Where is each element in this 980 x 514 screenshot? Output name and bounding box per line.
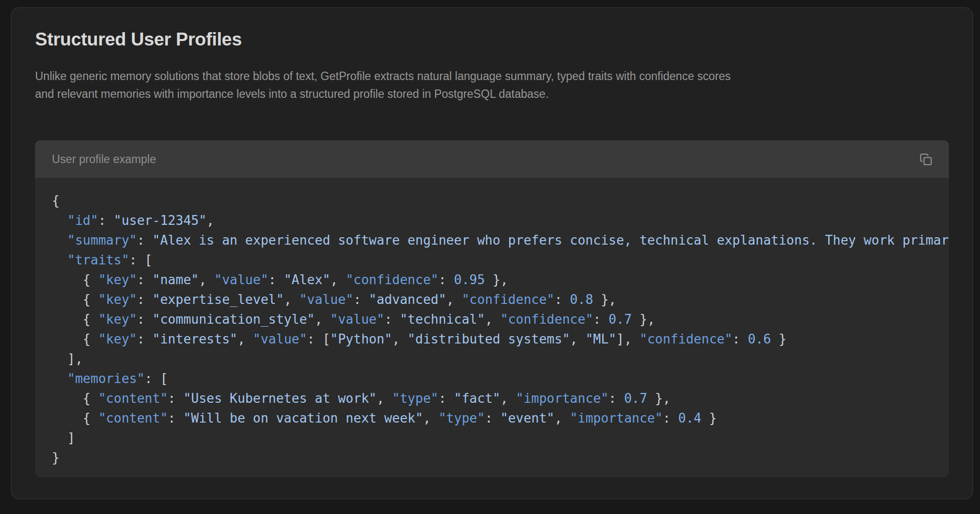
code-line: { "key": "name", "value": "Alex", "confi… (52, 270, 932, 290)
description-line: Unlike generic memory solutions that sto… (35, 67, 949, 85)
copy-icon (919, 153, 933, 166)
code-line: { "key": "expertise_level", "value": "ad… (52, 290, 932, 309)
copy-button[interactable] (919, 153, 933, 166)
code-line: "traits": [ (52, 250, 932, 270)
content-card: Structured User Profiles Unlike generic … (11, 7, 973, 499)
code-block-header: User profile example (35, 140, 949, 178)
code-line: } (52, 448, 932, 468)
code-line: ], (52, 349, 932, 369)
code-line: "id": "user-12345", (52, 211, 932, 230)
code-content[interactable]: { "id": "user-12345", "summary": "Alex i… (35, 178, 949, 477)
code-block: User profile example { "id": "user-12345… (35, 140, 949, 477)
code-line: { "content": "Uses Kubernetes at work", … (52, 388, 932, 408)
code-line: { "key": "communication_style", "value":… (52, 309, 932, 329)
code-line: { (52, 191, 932, 211)
code-line: ] (52, 428, 932, 448)
code-line: "memories": [ (52, 369, 932, 388)
code-line: "summary": "Alex is an experienced softw… (52, 230, 932, 250)
code-line: { "key": "interests", "value": ["Python"… (52, 329, 932, 349)
description-line: and relevant memories with importance le… (35, 85, 949, 103)
section-description: Unlike generic memory solutions that sto… (35, 67, 949, 103)
code-block-title: User profile example (52, 153, 156, 166)
section-title: Structured User Profiles (35, 29, 949, 50)
code-line: { "content": "Will be on vacation next w… (52, 408, 932, 428)
